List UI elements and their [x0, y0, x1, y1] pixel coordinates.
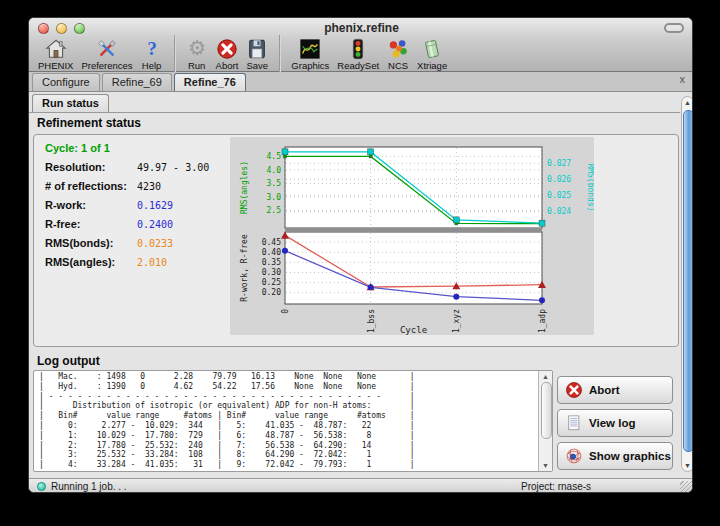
toolbar-button-ncs[interactable]: NCS	[383, 37, 413, 71]
abort-icon	[565, 381, 583, 399]
svg-text:0.025: 0.025	[547, 191, 571, 200]
project-label: Project: rnase-s	[521, 481, 591, 492]
svg-text:?: ?	[147, 38, 157, 59]
svg-text:0.45: 0.45	[262, 238, 281, 247]
svg-text:3.0: 3.0	[267, 193, 282, 202]
stat-label: R-free:	[45, 218, 137, 230]
stat-value: 0.2400	[137, 219, 173, 230]
abort-button[interactable]: Abort	[557, 376, 673, 404]
scroll-up-icon[interactable]: ▲	[539, 373, 552, 380]
window-chrome: phenix.refine PHENIXPreferences?Help⚙Run…	[29, 18, 693, 72]
show-graphics-button[interactable]: Show graphics	[557, 442, 673, 470]
toolbar-label: Xtriage	[417, 61, 447, 71]
log-scrollbar-thumb[interactable]	[541, 382, 552, 439]
status-message: Running 1 job. . .	[51, 481, 127, 492]
toolbar-button-abort[interactable]: Abort	[212, 37, 243, 71]
svg-text:⚙: ⚙	[188, 38, 206, 59]
stat-value: 2.010	[137, 257, 167, 268]
toolbar-label: PHENIX	[38, 61, 73, 71]
toolbar-separator	[279, 35, 280, 73]
stat-row-rms-bonds: RMS(bonds):0.0233	[45, 237, 173, 249]
view-log-button[interactable]: View log	[557, 409, 673, 437]
svg-text:0.026: 0.026	[547, 175, 571, 184]
stat-label: # of reflections:	[45, 180, 137, 192]
svg-text:0.20: 0.20	[262, 288, 281, 297]
toolbar: PHENIXPreferences?Help⚙RunAbortSaveGraph…	[29, 36, 456, 71]
svg-text:1_bss: 1_bss	[367, 309, 376, 333]
toolbar-toggle-button[interactable]	[664, 23, 684, 33]
svg-text:0.30: 0.30	[262, 268, 281, 277]
stat-label: RMS(bonds):	[45, 237, 137, 249]
svg-text:RMS(bonds): RMS(bonds)	[586, 163, 594, 211]
window-title: phenix.refine	[29, 21, 693, 35]
tab-configure[interactable]: Configure	[32, 73, 100, 91]
tools-icon	[96, 38, 118, 60]
status-bar: Running 1 job. . . Project: rnase-s	[29, 478, 693, 493]
svg-text:0.35: 0.35	[262, 258, 281, 267]
button-label: View log	[589, 417, 635, 429]
question-icon: ?	[141, 38, 163, 60]
toolbar-button-phenix[interactable]: PHENIX	[34, 37, 77, 71]
toolbar-button-graphics[interactable]: Graphics	[287, 37, 333, 71]
gear-icon: ⚙	[186, 38, 208, 60]
stat-row-of-reflections: # of reflections:4230	[45, 180, 161, 192]
main-scrollbar[interactable]: ▲ ▼	[681, 96, 693, 472]
stat-value: 49.97 - 3.00	[137, 162, 209, 173]
toolbar-separator	[174, 35, 175, 73]
toolbar-button-help[interactable]: ?Help	[137, 37, 167, 71]
xtriage-icon	[421, 38, 443, 60]
svg-text:0.25: 0.25	[262, 278, 281, 287]
house-icon	[45, 38, 67, 60]
refinement-chart: 4.54.03.53.02.50.0270.0260.0250.024RMS(b…	[230, 137, 594, 335]
svg-text:R-work, R-free: R-work, R-free	[240, 234, 249, 302]
stat-row-rms-angles: RMS(angles):2.010	[45, 256, 167, 268]
refinement-status-heading: Refinement status	[37, 116, 141, 130]
toolbar-label: ReadySet	[337, 61, 379, 71]
screenshot-stage: phenix.refine PHENIXPreferences?Help⚙Run…	[0, 0, 720, 526]
tab-refine_76[interactable]: Refine_76	[174, 73, 246, 91]
app-window: phenix.refine PHENIXPreferences?Help⚙Run…	[28, 17, 693, 493]
log-text: | Mac. : 1498 0 2.28 79.79 16.13 None No…	[39, 372, 415, 470]
toolbar-label: Save	[247, 61, 269, 71]
graphics-icon	[299, 38, 321, 60]
svg-text:0.027: 0.027	[547, 159, 571, 168]
scroll-down-icon[interactable]: ▼	[539, 462, 552, 469]
svg-text:0.024: 0.024	[547, 207, 571, 216]
log-scrollbar[interactable]: ▲ ▼	[538, 371, 552, 471]
resize-grip[interactable]	[680, 481, 692, 493]
scroll-down-icon[interactable]: ▼	[682, 462, 693, 469]
stat-row-r-free: R-free:0.2400	[45, 218, 173, 230]
tab-refine_69[interactable]: Refine_69	[102, 73, 172, 91]
toolbar-button-preferences[interactable]: Preferences	[77, 37, 136, 71]
scroll-up-icon[interactable]: ▲	[682, 99, 693, 106]
running-status-icon	[37, 482, 46, 491]
log-output-heading: Log output	[37, 354, 100, 368]
toolbar-button-run[interactable]: ⚙Run	[182, 37, 212, 71]
molecule-icon	[565, 447, 583, 465]
ncs-icon	[387, 38, 409, 60]
toolbar-button-save[interactable]: Save	[242, 37, 272, 71]
close-tab-icon[interactable]: x	[680, 74, 686, 85]
tab-run-status[interactable]: Run status	[32, 94, 109, 112]
stat-label: Resolution:	[45, 161, 137, 173]
main-scrollbar-thumb[interactable]	[683, 110, 693, 452]
toolbar-label: Graphics	[291, 61, 329, 71]
svg-text:1_adp: 1_adp	[538, 309, 547, 333]
toolbar-button-readyset[interactable]: ReadySet	[333, 37, 383, 71]
toolbar-label: Help	[142, 61, 162, 71]
log-output-panel[interactable]: | Mac. : 1498 0 2.28 79.79 16.13 None No…	[33, 370, 553, 472]
stat-label: RMS(angles):	[45, 256, 137, 268]
chart-canvas: 4.54.03.53.02.50.0270.0260.0250.024RMS(b…	[230, 137, 594, 335]
button-label: Abort	[589, 384, 620, 396]
refinement-stats-panel: Cycle: 1 of 1 Resolution:49.97 - 3.00# o…	[33, 134, 679, 347]
document-icon	[565, 414, 583, 432]
traffic-light-icon	[347, 38, 369, 60]
svg-text:2.5: 2.5	[267, 206, 282, 215]
toolbar-label: NCS	[388, 61, 408, 71]
stat-row-resolution: Resolution:49.97 - 3.00	[45, 161, 209, 173]
svg-text:1_xyz: 1_xyz	[452, 309, 461, 333]
svg-text:3.5: 3.5	[267, 179, 282, 188]
toolbar-button-xtriage[interactable]: Xtriage	[413, 37, 451, 71]
titlebar[interactable]: phenix.refine	[29, 18, 693, 38]
stat-value: 0.1629	[137, 200, 173, 211]
